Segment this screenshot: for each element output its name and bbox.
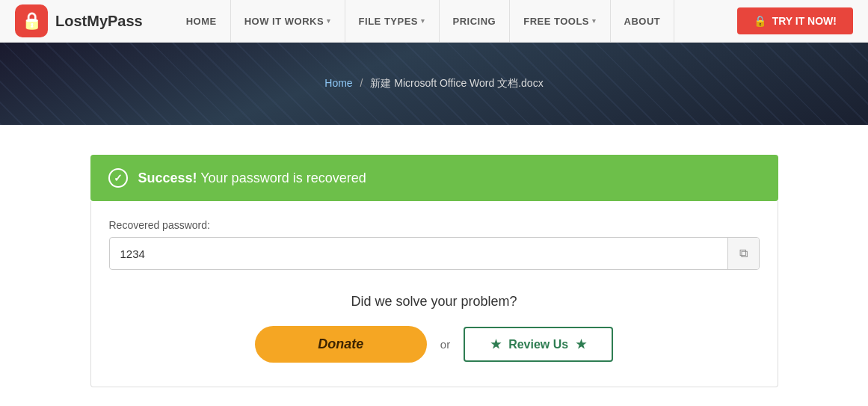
action-row: Donate or ★ Review Us ★: [109, 326, 760, 363]
copy-button[interactable]: ⧉: [727, 238, 759, 269]
password-label: Recovered password:: [109, 219, 760, 231]
success-check-icon: [108, 168, 128, 188]
hero-banner: Home / 新建 Microsoft Office Word 文档.docx: [0, 43, 868, 125]
nav-item-pricing[interactable]: PRICING: [440, 0, 511, 43]
breadcrumb: Home / 新建 Microsoft Office Word 文档.docx: [324, 77, 543, 90]
copy-icon: ⧉: [739, 247, 748, 260]
nav-item-file-types[interactable]: FILE TYPES ▾: [345, 0, 440, 43]
star-left-icon: ★: [490, 337, 501, 351]
logo-icon: [15, 4, 48, 37]
chevron-down-icon: ▾: [592, 17, 597, 25]
donate-button[interactable]: Donate: [255, 326, 427, 363]
chevron-down-icon: ▾: [327, 17, 331, 25]
breadcrumb-separator: /: [360, 77, 363, 89]
review-label: Review Us: [508, 338, 568, 351]
or-label: or: [440, 338, 450, 351]
main-content: Success! Your password is recovered Reco…: [76, 155, 793, 387]
breadcrumb-home-link[interactable]: Home: [324, 77, 352, 89]
try-now-button[interactable]: 🔒 TRY IT NOW!: [737, 7, 853, 34]
header: LostMyPass HOME HOW IT WORKS ▾ FILE TYPE…: [0, 0, 868, 43]
main-nav: HOME HOW IT WORKS ▾ FILE TYPES ▾ PRICING…: [173, 0, 730, 43]
password-field-container: ⧉: [109, 237, 760, 270]
result-card: Recovered password: ⧉ Did we solve your …: [90, 201, 778, 387]
review-button[interactable]: ★ Review Us ★: [464, 327, 613, 362]
password-field[interactable]: [110, 240, 727, 268]
problem-section: Did we solve your problem? Donate or ★ R…: [109, 294, 760, 363]
success-banner: Success! Your password is recovered: [90, 155, 778, 201]
logo[interactable]: LostMyPass: [15, 4, 143, 37]
success-message: Success! Your password is recovered: [138, 170, 366, 186]
hero-content: Home / 新建 Microsoft Office Word 文档.docx: [324, 77, 543, 90]
logo-text: LostMyPass: [55, 13, 143, 30]
breadcrumb-current: 新建 Microsoft Office Word 文档.docx: [370, 77, 543, 89]
nav-item-how-it-works[interactable]: HOW IT WORKS ▾: [231, 0, 345, 43]
nav-item-home[interactable]: HOME: [173, 0, 231, 43]
chevron-down-icon: ▾: [421, 17, 425, 25]
nav-item-free-tools[interactable]: FREE TOOLS ▾: [510, 0, 610, 43]
star-right-icon: ★: [576, 337, 586, 351]
nav-item-about[interactable]: ABOUT: [611, 0, 675, 43]
problem-question: Did we solve your problem?: [109, 294, 760, 310]
lock-icon: 🔒: [754, 15, 766, 27]
